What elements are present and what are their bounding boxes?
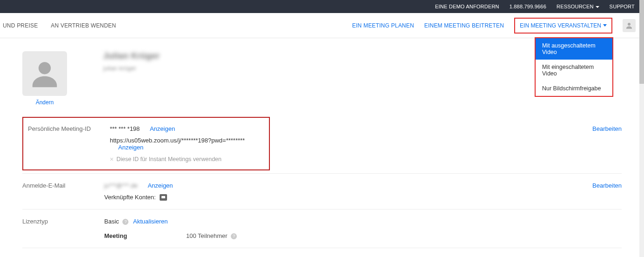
email-blurred: ju***@***.de bbox=[104, 182, 138, 189]
license-basic: Basic bbox=[104, 218, 119, 225]
meeting-id-masked: *** *** *198 bbox=[110, 125, 140, 132]
show-meeting-url-link[interactable]: Anzeigen bbox=[118, 144, 143, 151]
host-meeting-button[interactable]: EIN MEETING VERANSTALTEN bbox=[514, 18, 612, 34]
name-block: Julian Krüger julian krüger bbox=[103, 51, 160, 72]
chevron-down-icon bbox=[596, 6, 599, 8]
meeting-limit-label: Meeting bbox=[104, 232, 186, 239]
chevron-down-icon bbox=[603, 24, 607, 27]
instant-meeting-text: Diese ID für Instant Meetings verwenden bbox=[116, 156, 221, 162]
schedule-meeting-link[interactable]: EIN MEETING PLANEN bbox=[352, 22, 414, 29]
request-demo-link[interactable]: EINE DEMO ANFORDERN bbox=[435, 4, 499, 9]
dropdown-screen-share[interactable]: Nur Bildschirmfreigabe bbox=[536, 81, 612, 96]
dropdown-video-on[interactable]: Mit eingeschaltetem Video bbox=[536, 60, 612, 81]
change-avatar-link[interactable]: Ändern bbox=[36, 99, 54, 106]
scrollbar[interactable] bbox=[639, 0, 644, 257]
x-icon: × bbox=[110, 156, 114, 163]
top-utility-bar: EINE DEMO ANFORDERN 1.888.799.9666 RESSO… bbox=[0, 0, 644, 13]
join-meeting-link[interactable]: EINEM MEETING BEITRETEN bbox=[424, 22, 504, 29]
help-icon[interactable]: ? bbox=[122, 219, 128, 225]
svg-point-1 bbox=[39, 62, 51, 74]
instant-meeting-note: × Diese ID für Instant Meetings verwende… bbox=[110, 156, 262, 163]
nav-right: EIN MEETING PLANEN EINEM MEETING BEITRET… bbox=[352, 18, 636, 34]
resources-menu[interactable]: RESSOURCEN bbox=[557, 4, 599, 9]
main-navbar: UND PREISE AN VERTRIEB WENDEN EIN MEETIN… bbox=[0, 13, 644, 38]
license-type-row: Lizenztyp Basic ? Aktualisieren Meeting … bbox=[22, 210, 622, 248]
language-row: Sprache Deutsch Bearbeiten bbox=[22, 248, 622, 257]
nav-pricing[interactable]: UND PREISE bbox=[3, 22, 38, 29]
profile-name: Julian Krüger bbox=[103, 51, 160, 61]
linked-accounts: Verknüpfte Konten: bbox=[104, 194, 622, 201]
phone-number-link[interactable]: 1.888.799.9666 bbox=[510, 4, 546, 9]
host-meeting-dropdown: Mit ausgeschaltetem Video Mit eingeschal… bbox=[535, 37, 613, 97]
help-icon[interactable]: ? bbox=[231, 233, 237, 239]
linked-accounts-label: Verknüpfte Konten: bbox=[104, 194, 156, 201]
show-meeting-id-link[interactable]: Anzeigen bbox=[150, 125, 175, 132]
meeting-limits: Meeting 100 Teilnehmer ? bbox=[104, 232, 622, 239]
host-meeting-label: EIN MEETING VERANSTALTEN bbox=[520, 22, 601, 29]
upgrade-link[interactable]: Aktualisieren bbox=[133, 218, 168, 225]
show-email-link[interactable]: Anzeigen bbox=[148, 182, 173, 189]
dropdown-video-off[interactable]: Mit ausgeschaltetem Video bbox=[536, 38, 612, 60]
person-icon bbox=[28, 57, 61, 90]
profile-subname: julian krüger bbox=[103, 65, 160, 72]
nav-left: UND PREISE AN VERTRIEB WENDEN bbox=[0, 22, 116, 29]
edit-meeting-id-link[interactable]: Bearbeiten bbox=[592, 125, 622, 132]
meeting-id-label: Persönliche Meeting-ID bbox=[28, 125, 110, 163]
mail-icon bbox=[160, 194, 167, 201]
profile-header: Ändern Julian Krüger julian krüger bbox=[22, 51, 622, 106]
signin-email-row: Anmelde-E-Mail ju***@***.de Anzeigen Ver… bbox=[22, 174, 622, 210]
personal-meeting-id-row: Persönliche Meeting-ID *** *** *198 Anze… bbox=[22, 117, 622, 170]
nav-contact-sales[interactable]: AN VERTRIEB WENDEN bbox=[51, 22, 116, 29]
resources-label: RESSOURCEN bbox=[557, 4, 594, 9]
avatar-placeholder bbox=[22, 51, 67, 96]
license-label: Lizenztyp bbox=[22, 218, 104, 239]
support-link[interactable]: SUPPORT bbox=[610, 4, 635, 9]
scrollbar-thumb[interactable] bbox=[639, 0, 644, 84]
meeting-url-masked: https://us05web.zoom.us/j/*******198?pwd… bbox=[110, 137, 245, 144]
avatar-container: Ändern bbox=[22, 51, 67, 106]
person-icon bbox=[625, 21, 633, 30]
user-avatar-menu[interactable] bbox=[623, 19, 636, 32]
svg-point-0 bbox=[628, 23, 631, 26]
participants-count: 100 Teilnehmer bbox=[186, 232, 228, 239]
email-label: Anmelde-E-Mail bbox=[22, 182, 104, 201]
edit-email-link[interactable]: Bearbeiten bbox=[592, 182, 622, 189]
